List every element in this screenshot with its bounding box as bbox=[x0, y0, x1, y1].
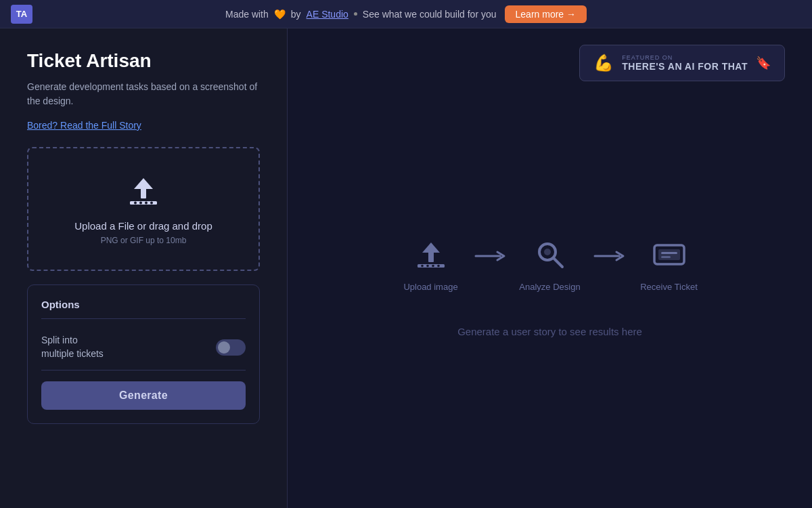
analyze-step-icon bbox=[531, 236, 569, 274]
arrow-2 bbox=[591, 249, 629, 263]
results-placeholder: Generate a user story to see results her… bbox=[457, 326, 642, 337]
see-what-text: See what we could build for you bbox=[363, 9, 497, 20]
ticket-step-label: Receive Ticket bbox=[640, 282, 698, 292]
bullet-separator bbox=[354, 12, 357, 16]
main-layout: Ticket Artisan Generate development task… bbox=[0, 28, 812, 508]
analyze-step-label: Analyze Design bbox=[519, 282, 580, 292]
bookmark-icon: 🔖 bbox=[756, 56, 771, 70]
featured-icon: 💪 bbox=[593, 54, 614, 72]
featured-site-name: THERE'S AN AI FOR THAT bbox=[622, 61, 748, 72]
ae-studio-link[interactable]: AE Studio bbox=[307, 9, 348, 20]
svg-point-6 bbox=[150, 202, 153, 205]
upload-sub-text: PNG or GIF up to 10mb bbox=[42, 236, 245, 245]
upload-step-label: Upload image bbox=[403, 282, 457, 292]
made-with-text: Made with bbox=[225, 9, 269, 20]
options-box: Options Split intomultiple tickets Gener… bbox=[27, 284, 260, 424]
workflow-area: Upload image bbox=[315, 81, 785, 492]
svg-rect-19 bbox=[661, 252, 677, 254]
split-toggle[interactable] bbox=[216, 339, 246, 356]
heart-emoji: 🧡 bbox=[274, 9, 286, 20]
generate-button[interactable]: Generate bbox=[41, 381, 246, 410]
svg-point-11 bbox=[426, 265, 429, 268]
upload-icon bbox=[42, 173, 245, 211]
svg-line-15 bbox=[554, 258, 562, 267]
upload-main-text: Upload a File or drag and drop bbox=[42, 220, 245, 232]
featured-badge: 💪 FEATURED ON THERE'S AN AI FOR THAT 🔖 bbox=[579, 45, 785, 81]
svg-point-3 bbox=[134, 202, 137, 205]
svg-marker-9 bbox=[422, 242, 440, 253]
split-label: Split intomultiple tickets bbox=[41, 334, 104, 360]
top-banner: TA Made with 🧡 by AE Studio See what we … bbox=[0, 0, 812, 28]
upload-zone[interactable]: Upload a File or drag and drop PNG or GI… bbox=[27, 147, 260, 271]
svg-point-4 bbox=[139, 202, 142, 205]
svg-point-10 bbox=[421, 265, 424, 268]
learn-more-button[interactable]: Learn more → bbox=[505, 5, 587, 23]
workflow-steps: Upload image bbox=[390, 236, 710, 292]
ticket-step-icon bbox=[650, 236, 688, 274]
app-description: Generate development tasks based on a sc… bbox=[27, 80, 260, 108]
app-title: Ticket Artisan bbox=[27, 50, 260, 72]
workflow-step-upload: Upload image bbox=[390, 236, 472, 292]
svg-rect-18 bbox=[658, 249, 680, 260]
svg-point-16 bbox=[544, 249, 551, 255]
svg-point-5 bbox=[145, 202, 148, 205]
banner-text: Made with 🧡 by AE Studio See what we cou… bbox=[225, 9, 497, 20]
svg-rect-20 bbox=[661, 256, 671, 258]
svg-point-12 bbox=[432, 265, 434, 268]
workflow-step-analyze: Analyze Design bbox=[510, 236, 591, 292]
upload-step-icon bbox=[412, 236, 450, 274]
featured-on-label: FEATURED ON bbox=[622, 54, 748, 61]
left-panel: Ticket Artisan Generate development task… bbox=[0, 28, 288, 508]
story-link[interactable]: Bored? Read the Full Story bbox=[27, 120, 141, 131]
workflow-step-ticket: Receive Ticket bbox=[629, 236, 710, 292]
right-panel: 💪 FEATURED ON THERE'S AN AI FOR THAT 🔖 bbox=[288, 28, 812, 508]
logo-badge: TA bbox=[11, 5, 32, 24]
toggle-knob bbox=[218, 341, 230, 354]
by-text: by bbox=[291, 9, 301, 20]
options-title: Options bbox=[41, 299, 246, 319]
svg-point-13 bbox=[437, 265, 440, 268]
svg-marker-2 bbox=[134, 178, 153, 189]
arrow-1 bbox=[472, 249, 510, 263]
featured-badge-text: FEATURED ON THERE'S AN AI FOR THAT bbox=[622, 54, 748, 72]
options-row: Split intomultiple tickets bbox=[41, 327, 246, 371]
